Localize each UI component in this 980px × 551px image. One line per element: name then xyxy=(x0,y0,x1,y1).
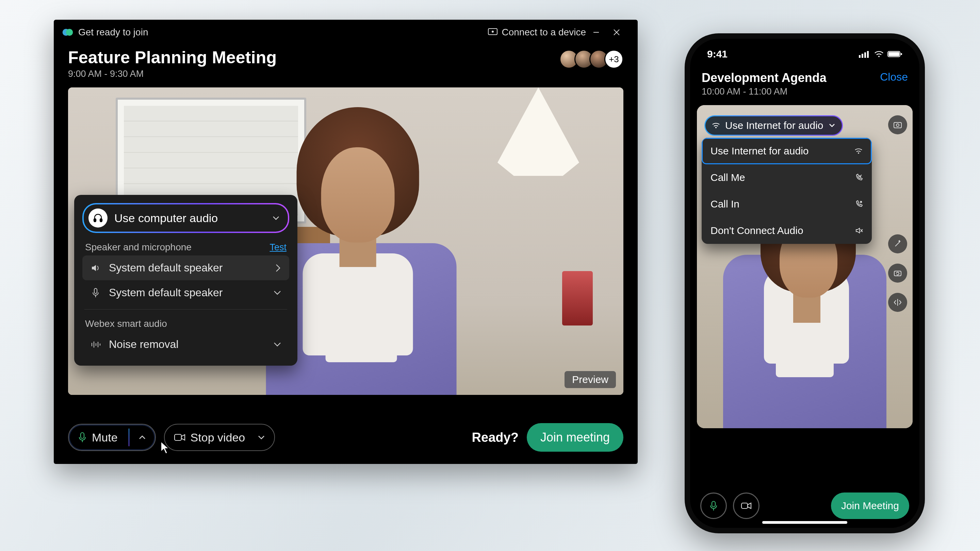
chevron-down-icon xyxy=(273,341,282,348)
ready-label: Ready? xyxy=(472,430,519,445)
titlebar-label: Get ready to join xyxy=(78,27,148,38)
phone-audio-mode-label: Use Internet for audio xyxy=(725,120,824,131)
svg-point-35 xyxy=(858,152,859,154)
speaker-label: System default speaker xyxy=(109,262,223,274)
close-button[interactable] xyxy=(606,24,627,41)
speaker-muted-icon xyxy=(855,227,863,235)
avatar-more-count[interactable]: +3 xyxy=(605,50,624,69)
svg-rect-9 xyxy=(94,288,97,294)
svg-rect-8 xyxy=(100,219,102,222)
mute-button[interactable]: Mute xyxy=(68,424,156,451)
svg-rect-7 xyxy=(94,219,96,222)
waveform-icon xyxy=(90,340,102,349)
home-indicator[interactable] xyxy=(762,521,847,524)
cast-icon xyxy=(488,28,498,37)
phone-join-meeting-button[interactable]: Join Meeting xyxy=(831,492,909,519)
chevron-up-icon[interactable] xyxy=(135,433,149,441)
phone-self-video: Use Internet for audio Use Internet for … xyxy=(697,105,913,428)
self-video-preview: Preview Use computer audio Speaker and m… xyxy=(68,87,624,395)
svg-rect-18 xyxy=(175,434,181,440)
preview-badge: Preview xyxy=(565,371,616,388)
participant-avatars[interactable]: +3 xyxy=(563,50,624,69)
audio-options-popover: Use computer audio Speaker and microphon… xyxy=(74,195,298,366)
wifi-icon xyxy=(711,122,721,129)
close-button[interactable]: Close xyxy=(880,71,908,83)
phone-mute-button[interactable] xyxy=(700,492,727,519)
webex-logo-icon xyxy=(62,27,73,38)
status-time: 9:41 xyxy=(707,48,727,60)
smart-audio-section-label: Webex smart audio xyxy=(85,318,286,329)
meeting-time: 9:00 AM - 9:30 AM xyxy=(68,69,277,79)
minimize-button[interactable] xyxy=(586,24,606,41)
test-audio-link[interactable]: Test xyxy=(269,242,286,253)
speaker-mic-section-label: Speaker and microphone Test xyxy=(85,242,286,253)
svg-rect-19 xyxy=(859,55,861,58)
smart-audio-selector[interactable]: Noise removal xyxy=(82,332,289,357)
cursor-icon xyxy=(160,441,170,455)
svg-rect-38 xyxy=(712,501,715,507)
switch-camera-button[interactable] xyxy=(888,115,907,134)
mirror-button[interactable] xyxy=(888,293,907,312)
microphone-icon xyxy=(709,500,718,511)
svg-point-34 xyxy=(715,127,717,128)
split-divider xyxy=(129,429,129,446)
connect-device-label: Connect to a device xyxy=(502,27,586,38)
meeting-title: Feature Planning Meeting xyxy=(68,48,277,67)
camera-icon xyxy=(173,433,186,442)
chevron-down-icon xyxy=(273,289,282,297)
join-meeting-button[interactable]: Join meeting xyxy=(527,423,624,452)
rotate-camera-button[interactable] xyxy=(888,264,907,283)
phone-audio-mode-selector[interactable]: Use Internet for audio xyxy=(705,115,843,136)
chevron-down-icon xyxy=(828,122,836,129)
speaker-selector[interactable]: System default speaker xyxy=(82,256,289,280)
phone-screen: 9:41 Development Agenda 10:00 AM - 11:00… xyxy=(690,39,920,528)
svg-rect-26 xyxy=(901,53,902,55)
video-bg xyxy=(562,271,593,326)
call-in-icon xyxy=(855,173,863,182)
svg-rect-40 xyxy=(741,503,748,508)
svg-point-3 xyxy=(492,30,494,33)
audio-mode-selector[interactable]: Use computer audio xyxy=(82,203,289,233)
effects-button[interactable] xyxy=(888,234,907,253)
chevron-down-icon xyxy=(272,214,280,222)
menu-item-call-in[interactable]: Call In xyxy=(702,191,872,218)
svg-rect-21 xyxy=(864,52,866,58)
svg-point-28 xyxy=(896,124,899,127)
phone-meeting-time: 10:00 AM - 11:00 AM xyxy=(702,86,827,97)
svg-rect-20 xyxy=(862,54,863,58)
headset-icon xyxy=(89,208,108,227)
microphone-icon xyxy=(78,432,87,443)
cellular-icon xyxy=(859,50,870,58)
menu-item-internet-audio[interactable]: Use Internet for audio xyxy=(702,138,872,164)
chevron-right-icon xyxy=(274,263,282,273)
switch-camera-icon xyxy=(893,121,902,129)
camera-icon xyxy=(740,501,752,510)
phone-meeting-header: Development Agenda 10:00 AM - 11:00 AM C… xyxy=(690,69,920,99)
phone-video-button[interactable] xyxy=(733,492,759,519)
mute-label: Mute xyxy=(92,431,118,444)
phone-mock: 9:41 Development Agenda 10:00 AM - 11:00… xyxy=(685,33,925,533)
svg-rect-25 xyxy=(888,52,899,56)
connect-device-button[interactable]: Connect to a device xyxy=(488,27,586,38)
call-out-icon xyxy=(855,200,863,208)
mirror-icon xyxy=(893,298,902,306)
phone-join-controls: Join Meeting xyxy=(700,492,909,519)
phone-meeting-title: Development Agenda xyxy=(702,71,827,85)
microphone-selector[interactable]: System default speaker xyxy=(82,280,289,305)
audio-mode-label: Use computer audio xyxy=(115,211,265,225)
chevron-down-icon[interactable] xyxy=(255,433,268,441)
svg-rect-16 xyxy=(81,433,84,438)
stop-video-button[interactable]: Stop video xyxy=(164,424,275,451)
meeting-header: Feature Planning Meeting 9:00 AM - 9:30 … xyxy=(54,45,638,83)
svg-point-23 xyxy=(878,56,880,57)
svg-rect-22 xyxy=(867,51,869,58)
menu-item-call-me[interactable]: Call Me xyxy=(702,164,872,191)
video-bg xyxy=(457,87,613,230)
titlebar: Get ready to join Connect to a device xyxy=(54,20,638,45)
microphone-icon xyxy=(90,288,102,298)
desktop-join-window: Get ready to join Connect to a device Fe… xyxy=(54,20,638,464)
statusbar: 9:41 xyxy=(690,39,920,69)
smart-audio-label: Noise removal xyxy=(109,338,179,351)
menu-item-no-audio[interactable]: Don't Connect Audio xyxy=(702,218,872,244)
phone-audio-menu: Use Internet for audio Call Me Call In D… xyxy=(702,138,872,244)
